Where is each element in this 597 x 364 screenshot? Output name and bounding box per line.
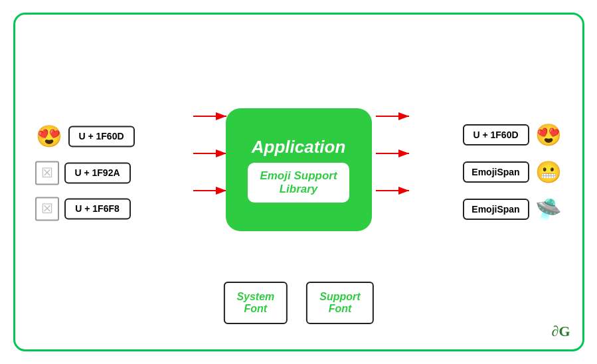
left-section: 😍 U + 1F60D ☒ U + 1F92A ☒ U + 1F6F8 [35, 124, 135, 221]
app-title: Application [252, 137, 346, 157]
right-section: U + 1F60D 😍 EmojiSpan 😬 EmojiSpan 🛸 [463, 122, 562, 222]
missing-emoji-2: ☒ [35, 197, 59, 221]
unicode-box-1: U + 1F60D [68, 126, 135, 147]
right-box-1: U + 1F60D [463, 124, 529, 145]
system-font-box: SystemFont [223, 282, 288, 324]
unicode-box-3: U + 1F6F8 [64, 198, 131, 219]
outer-container: 😍 U + 1F60D ☒ U + 1F92A ☒ U + 1F6F8 Appl… [13, 13, 584, 351]
right-row-1: U + 1F60D 😍 [463, 122, 562, 147]
right-emoji-2: 😬 [535, 159, 562, 185]
gfg-logo: ∂G [552, 323, 570, 340]
emoji-heart-eyes: 😍 [35, 124, 63, 149]
bottom-section: SystemFont SupportFont [223, 282, 373, 324]
right-emoji-3: 🛸 [535, 197, 562, 222]
right-box-3: EmojiSpan [463, 199, 529, 220]
left-row-2: ☒ U + 1F92A [35, 161, 135, 185]
left-row-3: ☒ U + 1F6F8 [35, 197, 135, 221]
emoji-support-library-label: Emoji SupportLibrary [260, 169, 337, 196]
center-application-box: Application Emoji SupportLibrary [226, 108, 372, 231]
support-font-box: SupportFont [306, 282, 373, 324]
unicode-box-2: U + 1F92A [64, 162, 131, 183]
right-row-2: EmojiSpan 😬 [463, 159, 562, 185]
right-row-3: EmojiSpan 🛸 [463, 197, 562, 222]
right-box-2: EmojiSpan [463, 161, 529, 183]
diagram: 😍 U + 1F60D ☒ U + 1F92A ☒ U + 1F6F8 Appl… [15, 15, 582, 349]
missing-emoji-1: ☒ [35, 161, 59, 185]
left-row-1: 😍 U + 1F60D [35, 124, 135, 149]
emoji-support-library-box: Emoji SupportLibrary [248, 163, 349, 203]
right-emoji-1: 😍 [535, 122, 562, 147]
